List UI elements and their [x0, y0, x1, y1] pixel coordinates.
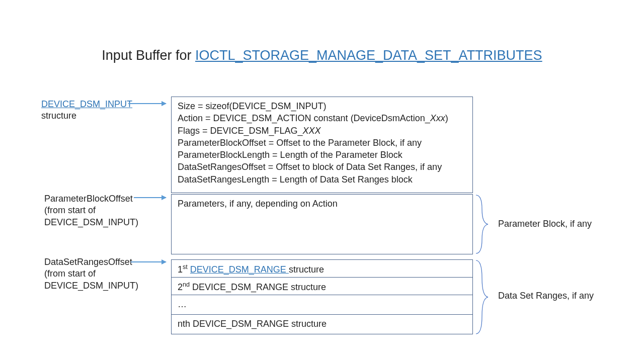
diagram-title: Input Buffer for IOCTL_STORAGE_MANAGE_DA…	[0, 48, 644, 63]
box-dsm-input: Size = sizeof(DEVICE_DSM_INPUT) Action =…	[171, 97, 473, 193]
box-range-1: 1st DEVICE_DSM_RANGE structure	[171, 259, 473, 278]
title-prefix: Input Buffer for	[102, 48, 195, 63]
arrow-struct	[128, 103, 166, 104]
range-link[interactable]: DEVICE_DSM_RANGE	[190, 264, 289, 275]
rlabel-ranges: Data Set Ranges, if any	[498, 291, 594, 301]
brace-ranges	[474, 259, 490, 335]
box-range-n: nth DEVICE_DSM_RANGE structure	[171, 314, 473, 334]
label-struct-link[interactable]: DEVICE_DSM_INPUT	[41, 99, 132, 109]
label-struct: DEVICE_DSM_INPUT structure	[41, 99, 152, 122]
box-range-ellipsis: …	[171, 295, 473, 315]
brace-param	[474, 194, 490, 254]
rlabel-param: Parameter Block, if any	[498, 219, 592, 229]
label-param-offset: ParameterBlockOffset (from start of DEVI…	[44, 193, 160, 228]
arrow-param	[134, 197, 166, 198]
label-struct-suffix: structure	[41, 111, 76, 121]
box-range-2: 2nd DEVICE_DSM_RANGE structure	[171, 277, 473, 295]
title-link[interactable]: IOCTL_STORAGE_MANAGE_DATA_SET_ATTRIBUTES	[195, 48, 542, 63]
box-parameters: Parameters, if any, depending on Action	[171, 194, 473, 254]
arrow-ranges	[131, 261, 166, 262]
